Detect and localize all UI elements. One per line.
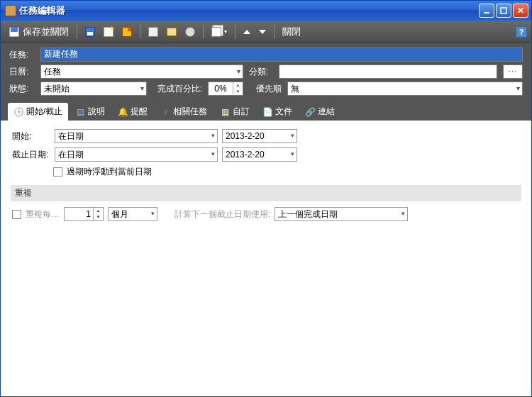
globe-icon (185, 27, 195, 37)
svg-rect-0 (484, 12, 489, 13)
tab-description[interactable]: ▤說明 (70, 103, 111, 121)
mail-button[interactable] (163, 25, 180, 39)
float-label: 過期時浮動到當前日期 (67, 166, 152, 178)
new-icon (104, 27, 113, 37)
link-icon: 🔗 (305, 107, 315, 117)
move-down-button[interactable] (255, 27, 270, 37)
copy-button[interactable]: ▾ (208, 24, 231, 40)
float-checkbox[interactable] (53, 167, 62, 177)
share-button[interactable] (182, 24, 199, 40)
svg-rect-1 (501, 8, 506, 13)
delete-icon (122, 27, 132, 37)
due-date-combo[interactable]: 2013-2-20▾ (222, 147, 297, 162)
category-label: 分類: (249, 66, 273, 78)
calc-basis-combo[interactable]: 上一個完成日期▾ (275, 207, 408, 221)
tabs: 🕒開始/截止 ▤說明 🔔提醒 ⑂相關任務 ▦自訂 📄文件 🔗連結 (1, 101, 531, 121)
print-icon (148, 27, 158, 37)
window-title: 任務編輯器 (19, 4, 479, 17)
save-and-close-button[interactable]: 保存並關閉 (5, 23, 72, 41)
category-more-button[interactable]: ··· (503, 65, 523, 79)
task-input[interactable]: 新建任務 (40, 47, 523, 62)
page-icon: ▦ (220, 107, 230, 117)
progress-spinner[interactable]: 0% ▲▼ (208, 82, 243, 96)
repeat-interval-spinner[interactable]: 1 ▲▼ (64, 207, 104, 221)
priority-combo[interactable]: 無▾ (287, 82, 523, 96)
tab-reminder[interactable]: 🔔提醒 (112, 103, 153, 121)
calc-next-label: 計算下一個截止日期使用: (174, 208, 270, 220)
help-button[interactable]: ? (516, 26, 527, 38)
status-combo[interactable]: 未開始▾ (40, 82, 147, 96)
start-label: 開始: (12, 130, 50, 142)
copy-icon (211, 27, 221, 37)
start-date-combo[interactable]: 2013-2-20▾ (222, 129, 297, 143)
window: 任務編輯器 ✕ 保存並關閉 ▾ 關閉 ? (0, 0, 532, 397)
form-area: 任務: 新建任務 日曆: 任務▾ 分類: ··· 狀態: 未開始▾ 完成百分比:… (1, 43, 531, 101)
delete-button[interactable] (118, 24, 135, 40)
triangle-up-icon (243, 30, 250, 34)
subtask-icon: ⑂ (160, 107, 170, 117)
new-button[interactable] (100, 24, 117, 40)
bell-icon: 🔔 (118, 107, 128, 117)
titlebar[interactable]: 任務編輯器 ✕ (1, 1, 531, 21)
tab-content: 開始: 在日期▾ 2013-2-20▾ 截止日期: 在日期▾ 2013-2-20… (1, 121, 531, 383)
close-button[interactable]: ✕ (513, 4, 528, 18)
floppy-icon (85, 27, 95, 37)
repeat-unit-combo[interactable]: 個月▾ (108, 207, 157, 221)
app-icon (5, 5, 16, 16)
tab-links[interactable]: 🔗連結 (299, 103, 340, 121)
tab-start-stop[interactable]: 🕒開始/截止 (8, 103, 68, 121)
status-label: 狀態: (9, 83, 35, 95)
save-icon (9, 26, 20, 38)
tab-files[interactable]: 📄文件 (257, 103, 298, 121)
progress-label: 完成百分比: (153, 83, 202, 95)
tab-custom[interactable]: ▦自訂 (214, 103, 255, 121)
close-button-toolbar[interactable]: 關閉 (279, 23, 304, 41)
save-button[interactable] (82, 24, 99, 40)
category-combo[interactable] (279, 65, 497, 79)
calendar-combo[interactable]: 任務▾ (40, 65, 243, 79)
calendar-label: 日曆: (9, 66, 35, 78)
task-label: 任務: (9, 49, 35, 61)
file-icon: 📄 (262, 107, 272, 117)
move-up-button[interactable] (240, 27, 254, 37)
start-mode-combo[interactable]: 在日期▾ (55, 129, 218, 143)
toolbar: 保存並關閉 ▾ 關閉 ? (1, 21, 531, 43)
mail-icon (167, 28, 177, 36)
due-mode-combo[interactable]: 在日期▾ (55, 147, 218, 162)
priority-label: 優先順 (249, 83, 282, 95)
maximize-button[interactable] (496, 4, 511, 18)
due-label: 截止日期: (12, 149, 50, 161)
doc-icon: ▤ (75, 107, 85, 117)
minimize-button[interactable] (479, 4, 494, 18)
repeat-section-header: 重複 (11, 185, 521, 201)
print-button[interactable] (145, 24, 162, 40)
triangle-down-icon (259, 30, 266, 34)
tab-related[interactable]: ⑂相關任務 (155, 103, 213, 121)
clock-icon: 🕒 (13, 107, 23, 117)
repeat-checkbox[interactable] (12, 210, 21, 219)
repeat-every-label: 重複每… (26, 208, 60, 220)
